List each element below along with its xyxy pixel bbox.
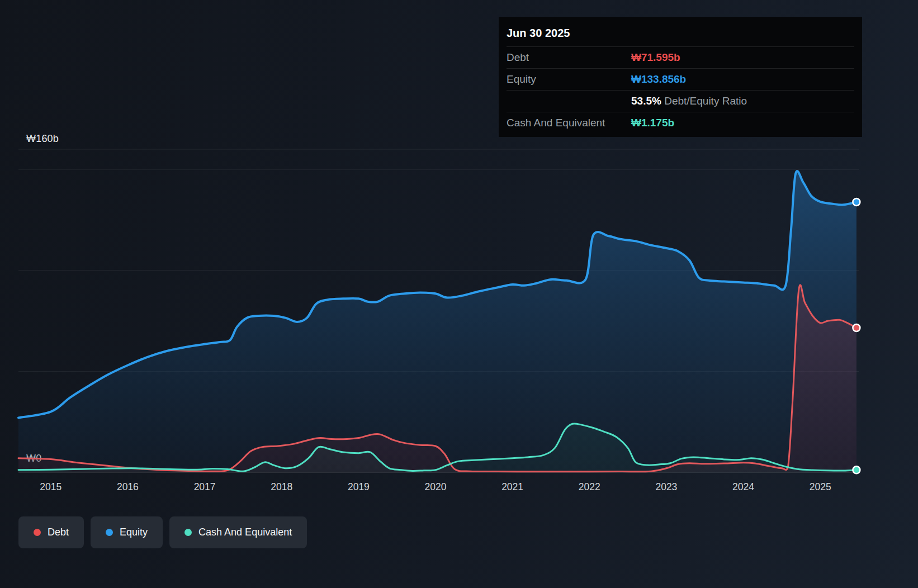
- equity-series-dot: [106, 529, 113, 536]
- legend-item-debt[interactable]: Debt: [18, 516, 84, 548]
- tooltip-row-equity: Equity ₩133.856b: [507, 68, 854, 90]
- tooltip-row-debt: Debt ₩71.595b: [507, 46, 854, 68]
- tooltip-ratio-label: Debt/Equity Ratio: [664, 95, 747, 107]
- x-axis-label-2021: 2021: [501, 481, 523, 492]
- tooltip-cash-value: ₩1.175b: [631, 116, 854, 130]
- tooltip-cash-label: Cash And Equivalent: [507, 116, 631, 130]
- x-axis-label-2015: 2015: [40, 481, 61, 492]
- tooltip-debt-label: Debt: [507, 50, 631, 65]
- legend: Debt Equity Cash And Equivalent: [18, 516, 307, 548]
- debt-series-dot: [34, 529, 41, 536]
- x-axis-label-2018: 2018: [271, 481, 292, 492]
- debt-endpoint-dot: [853, 324, 860, 331]
- tooltip-equity-value: ₩133.856b: [631, 72, 854, 87]
- tooltip-row-cash: Cash And Equivalent ₩1.175b: [507, 112, 854, 134]
- legend-item-equity[interactable]: Equity: [91, 516, 163, 548]
- x-axis-label-2016: 2016: [117, 481, 139, 492]
- x-axis-label-2017: 2017: [194, 481, 216, 492]
- x-axis-label-2024: 2024: [732, 481, 754, 492]
- equity-endpoint-dot: [853, 198, 860, 206]
- tooltip-row-ratio: 53.5% Debt/Equity Ratio: [507, 90, 854, 112]
- x-axis-label-2022: 2022: [579, 481, 600, 492]
- x-axis-label-2019: 2019: [348, 481, 370, 492]
- tooltip-ratio: 53.5% Debt/Equity Ratio: [631, 94, 854, 108]
- debt-equity-history-chart-panel: Jun 30 2025 Debt ₩71.595b Equity ₩133.85…: [0, 0, 918, 588]
- tooltip-ratio-value: 53.5%: [631, 95, 661, 107]
- legend-item-cash[interactable]: Cash And Equivalent: [169, 516, 307, 548]
- x-axis-label-2025: 2025: [810, 481, 831, 492]
- chart-tooltip: Jun 30 2025 Debt ₩71.595b Equity ₩133.85…: [499, 17, 862, 137]
- x-axis-label-2023: 2023: [655, 481, 677, 492]
- legend-label-equity: Equity: [120, 527, 148, 538]
- cash-endpoint-dot: [853, 466, 860, 473]
- tooltip-debt-value: ₩71.595b: [631, 50, 854, 65]
- legend-label-cash: Cash And Equivalent: [198, 527, 292, 538]
- cash-series-dot: [184, 529, 192, 536]
- tooltip-date: Jun 30 2025: [507, 22, 854, 46]
- x-axis-label-2020: 2020: [425, 481, 447, 492]
- tooltip-equity-label: Equity: [507, 72, 631, 87]
- equity-area: [18, 171, 857, 472]
- legend-label-debt: Debt: [48, 527, 69, 538]
